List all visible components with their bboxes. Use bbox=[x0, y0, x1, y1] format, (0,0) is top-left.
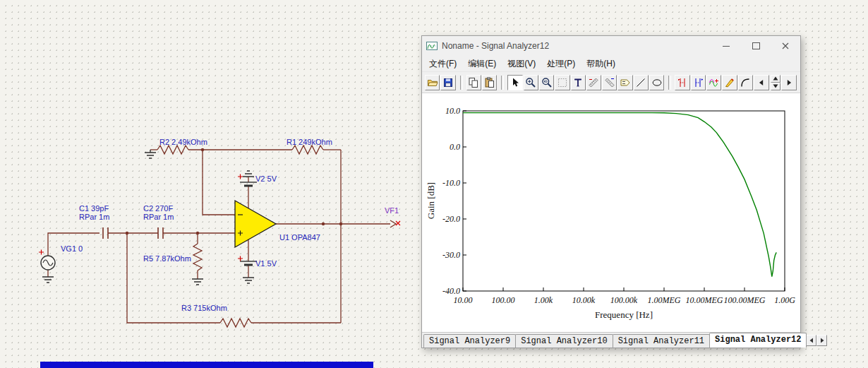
menu-view[interactable]: 视图(V) bbox=[502, 56, 541, 72]
text-tool-icon bbox=[572, 77, 584, 88]
x-axis-title: Frequency [Hz] bbox=[595, 309, 653, 321]
resistor-r1[interactable]: R1 249kOhm bbox=[287, 138, 332, 154]
copy-button[interactable] bbox=[466, 75, 481, 90]
prev-curve-button[interactable] bbox=[754, 75, 769, 90]
maximize-button[interactable] bbox=[741, 36, 771, 56]
cursor-b-marker-button[interactable] bbox=[691, 75, 706, 90]
y-tick-label: 0.0 bbox=[450, 142, 460, 153]
battery-v2[interactable]: V2 5V bbox=[238, 171, 277, 186]
signal-analyzer-window: Noname - Signal Analyzer12 文件(F) 编辑(E) 视… bbox=[421, 35, 801, 348]
ruler-b-button[interactable] bbox=[602, 75, 617, 90]
y-tick-label: -10.0 bbox=[442, 178, 460, 189]
line-tool-icon bbox=[635, 77, 646, 88]
x-tick-label: 1.00MEG bbox=[648, 295, 681, 306]
x-tick-label: 1.00G bbox=[774, 295, 795, 306]
schematic-wires bbox=[48, 150, 390, 323]
label-vf1: VF1 bbox=[385, 206, 399, 215]
label-r3: R3 715kOhm bbox=[181, 304, 227, 312]
tab-scroll-right-button[interactable] bbox=[816, 335, 827, 346]
right-arrow-icon bbox=[784, 78, 794, 88]
curves-icon bbox=[709, 77, 720, 88]
x-tick-label: 10.00 bbox=[454, 295, 473, 306]
ruler-a-icon bbox=[588, 77, 599, 88]
titlebar[interactable]: Noname - Signal Analyzer12 bbox=[422, 36, 800, 56]
minimize-icon bbox=[723, 46, 730, 47]
tab-signal-analyzer9[interactable]: Signal Analyzer9 bbox=[423, 334, 516, 348]
ellipse-tool-icon bbox=[651, 77, 663, 88]
curves-button[interactable] bbox=[706, 75, 721, 90]
battery-v1[interactable]: V1 5V bbox=[238, 256, 277, 284]
resistor-r5[interactable]: R5 7.87kOhm bbox=[143, 244, 203, 285]
spin-up-button[interactable] bbox=[771, 75, 780, 83]
y-tick-label: 10.0 bbox=[445, 106, 460, 117]
arc-button[interactable] bbox=[738, 75, 753, 90]
x-tick-label: 10.00MEG bbox=[686, 295, 723, 306]
label-c2: C2 270F bbox=[143, 204, 173, 213]
ellipse-tool-button[interactable] bbox=[649, 75, 664, 90]
pin-cross bbox=[396, 221, 400, 225]
chart-region[interactable]: Gain [dB] Frequency [Hz] 10.00100.001.00… bbox=[422, 93, 800, 333]
y-tick-label: -40.0 bbox=[442, 286, 460, 297]
paste-button[interactable] bbox=[482, 75, 497, 90]
zoom-in-icon bbox=[525, 77, 536, 88]
tabbar: Signal Analyzer9 Signal Analyzer10 Signa… bbox=[422, 332, 800, 348]
resistor-r2[interactable]: R2 2.49kOhm bbox=[145, 138, 207, 158]
select-cursor-button[interactable] bbox=[507, 75, 522, 90]
grid-button[interactable] bbox=[555, 75, 569, 90]
pen-button[interactable] bbox=[722, 75, 737, 90]
voltage-source-vg1[interactable]: VG1 0 bbox=[39, 244, 83, 283]
x-tick-label: 10.00k bbox=[572, 295, 595, 306]
label-tag-icon bbox=[620, 77, 631, 88]
menu-edit[interactable]: 编辑(E) bbox=[462, 56, 502, 72]
save-button[interactable] bbox=[440, 75, 455, 90]
label-tag-button[interactable] bbox=[617, 75, 632, 90]
zoom-100-button[interactable] bbox=[539, 75, 554, 90]
copy-icon bbox=[468, 77, 479, 88]
ground-icon bbox=[243, 171, 254, 177]
tab-signal-analyzer10[interactable]: Signal Analyzer10 bbox=[515, 334, 613, 348]
resistor-r3[interactable]: R3 715kOhm bbox=[181, 304, 251, 327]
y-axis-title: Gain [dB] bbox=[426, 182, 437, 219]
y-tick-label: -20.0 bbox=[442, 214, 460, 225]
label-r2: R2 2.49kOhm bbox=[159, 138, 207, 146]
menu-process[interactable]: 处理(P) bbox=[541, 56, 581, 72]
left-arrow-icon bbox=[757, 78, 766, 88]
label-r5: R5 7.87kOhm bbox=[143, 254, 191, 263]
text-tool-button[interactable] bbox=[571, 75, 586, 90]
toolbar-separator bbox=[501, 76, 504, 90]
arc-icon bbox=[740, 77, 751, 88]
tab-scroll-controls bbox=[806, 335, 827, 346]
label-vg1: VG1 0 bbox=[61, 244, 83, 253]
tab-signal-analyzer12[interactable]: Signal Analyzer12 bbox=[709, 333, 807, 348]
menu-help[interactable]: 帮助(H) bbox=[581, 56, 621, 72]
toolbar-separator bbox=[668, 76, 671, 90]
plus-sign bbox=[39, 250, 44, 255]
x-tick-label: 100.00 bbox=[492, 295, 515, 306]
spin-down-button[interactable] bbox=[771, 83, 780, 90]
save-icon bbox=[442, 77, 454, 88]
tab-scroll-left-button[interactable] bbox=[806, 335, 816, 346]
ground-icon bbox=[192, 279, 203, 285]
toolbar bbox=[422, 71, 800, 93]
bottom-blue-bar bbox=[40, 362, 373, 368]
left-arrow-icon bbox=[809, 338, 814, 343]
ruler-a-button[interactable] bbox=[586, 75, 601, 90]
zoom-in-button[interactable] bbox=[524, 75, 538, 90]
schematic-canvas[interactable]: VG1 0 C1 39pF RPar 1m C2 270F RPar 1m R2… bbox=[0, 0, 423, 368]
next-curve-button[interactable] bbox=[781, 75, 797, 90]
open-button[interactable] bbox=[425, 75, 440, 90]
ground-icon bbox=[243, 278, 254, 283]
toolbar-separator bbox=[460, 76, 463, 90]
line-tool-button[interactable] bbox=[634, 75, 649, 90]
paste-icon bbox=[484, 77, 495, 88]
minimize-button[interactable] bbox=[711, 36, 741, 56]
close-button[interactable] bbox=[771, 36, 800, 56]
cursor-a-icon bbox=[677, 77, 688, 88]
cursor-a-marker-button[interactable] bbox=[675, 75, 689, 90]
tab-signal-analyzer11[interactable]: Signal Analyzer11 bbox=[613, 334, 710, 348]
menu-file[interactable]: 文件(F) bbox=[423, 56, 462, 72]
plot-frame bbox=[463, 111, 785, 291]
label-c2-rpar: RPar 1m bbox=[143, 213, 174, 221]
x-tick-label: 100.00MEG bbox=[724, 295, 766, 306]
ground-icon bbox=[145, 150, 156, 158]
